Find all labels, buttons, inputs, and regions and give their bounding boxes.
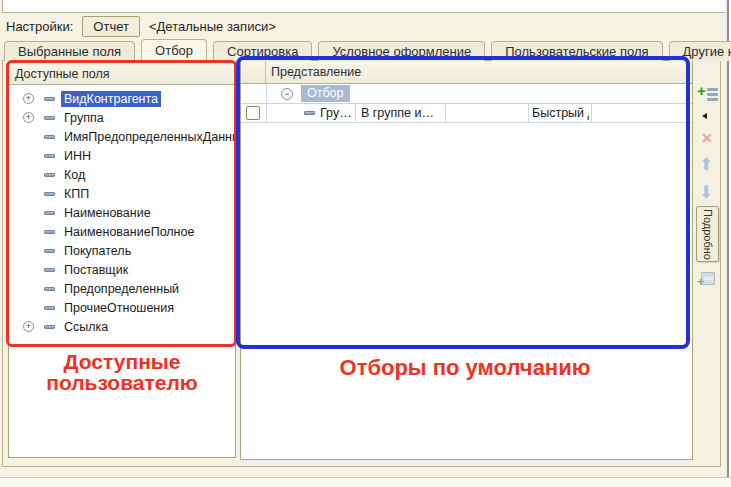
field-icon [44, 192, 55, 196]
available-fields-header-label: Доступные поля [15, 67, 110, 81]
field-icon [44, 116, 55, 120]
field-icon [44, 97, 55, 101]
field-icon [44, 173, 55, 177]
expand-icon[interactable]: + [23, 321, 34, 332]
available-fields-header: Доступные поля [9, 63, 235, 85]
field-icon [44, 211, 55, 215]
tree-item[interactable]: Покупатель [9, 241, 235, 260]
field-icon [44, 249, 55, 253]
field-icon [44, 135, 55, 139]
filter-group-label[interactable]: Отбор [301, 85, 350, 102]
field-icon [44, 268, 55, 272]
filter-field-cell[interactable]: Гру… [320, 106, 353, 120]
top-panel-remnant [2, 0, 726, 13]
tree-item-label[interactable]: НаименованиеПолное [61, 224, 197, 240]
grid-line [445, 104, 446, 122]
window-bottom-strip [0, 477, 731, 487]
tree-item[interactable]: +Ссылка [9, 317, 235, 336]
tree-item[interactable]: Наименование [9, 203, 235, 222]
detail-button[interactable]: Подробно [696, 206, 719, 262]
grid-line [355, 104, 356, 122]
tree-item-label[interactable]: ВидКонтрагента [61, 91, 161, 107]
filters-toolbar: + ✕ ⬆ ⬇ Подробно + [694, 60, 721, 467]
tab[interactable]: Сортировка [213, 41, 312, 61]
add-filter-icon[interactable]: + [698, 86, 718, 104]
tree-item-label[interactable]: Покупатель [61, 243, 134, 259]
report-button[interactable]: Отчет [82, 16, 140, 37]
tree-item[interactable]: Код [9, 165, 235, 184]
tree-item-label[interactable]: ИмяПредопределенныхДанных [61, 129, 235, 145]
checkbox-column-header [241, 61, 266, 83]
tab[interactable]: Условное оформление [318, 41, 485, 61]
plus-glyph: + [697, 82, 706, 99]
tree-item[interactable]: ИНН [9, 146, 235, 165]
field-icon [44, 325, 55, 329]
tree-item[interactable]: КПП [9, 184, 235, 203]
tree-item[interactable]: Предопределенный [9, 279, 235, 298]
tree-item[interactable]: ПрочиеОтношения [9, 298, 235, 317]
settings-row: Настройки: Отчет <Детальные записи> [6, 15, 276, 37]
settings-tabs: Выбранные поляОтборСортировкаУсловное оф… [4, 39, 731, 61]
report-variant-label: <Детальные записи> [149, 19, 276, 34]
field-icon [44, 287, 55, 291]
filters-grid-header: Представление [241, 61, 692, 84]
tree-item[interactable]: ИмяПредопределенныхДанных [9, 127, 235, 146]
move-up-icon[interactable]: ⬆ [699, 154, 713, 175]
field-icon [44, 154, 55, 158]
available-fields-panel: Доступные поля +ВидКонтрагента+ГруппаИмя… [8, 62, 236, 458]
tab[interactable]: Выбранные поля [4, 41, 135, 61]
filters-panel: Представление − Отбор Гру… В группе и… Б… [240, 60, 693, 460]
view-column-header: Представление [266, 61, 692, 83]
delete-icon[interactable]: ✕ [701, 130, 713, 146]
report-settings-window: Настройки: Отчет <Детальные записи> Выбр… [0, 0, 731, 487]
tree-item[interactable]: Поставщик [9, 260, 235, 279]
tree-item-label[interactable]: КПП [61, 186, 92, 202]
filter-group-row[interactable]: − Отбор [241, 84, 692, 104]
tree-item-label[interactable]: ПрочиеОтношения [61, 300, 177, 316]
list-bars-glyph [707, 88, 718, 101]
tree-item-label[interactable]: Ссылка [61, 319, 111, 335]
move-down-icon[interactable]: ⬇ [699, 182, 713, 203]
tree-item-label[interactable]: Поставщик [61, 262, 131, 278]
view-column-header-label: Представление [271, 65, 361, 79]
tree-item[interactable]: НаименованиеПолное [9, 222, 235, 241]
add-dropdown-icon[interactable] [702, 113, 707, 119]
tab[interactable]: Пользовательские поля [491, 41, 662, 61]
tree-item-label[interactable]: Код [61, 167, 88, 183]
filter-condition-cell[interactable]: В группе и… [361, 106, 443, 120]
tree-item[interactable]: +Группа [9, 108, 235, 127]
settings-label: Настройки: [6, 19, 73, 34]
expand-icon[interactable]: + [23, 112, 34, 123]
grid-line [528, 104, 529, 122]
plus-glyph: + [697, 274, 705, 289]
tab[interactable]: Другие настройки [669, 41, 731, 61]
tab[interactable]: Отбор [141, 39, 207, 61]
filter-enabled-checkbox[interactable] [246, 106, 260, 120]
tree-item-label[interactable]: ИНН [61, 148, 94, 164]
tree-item[interactable]: +ВидКонтрагента [9, 89, 235, 108]
field-icon [44, 230, 55, 234]
filter-row[interactable]: Гру… В группе и… Быстрый д… [241, 104, 692, 123]
tree-item-label[interactable]: Наименование [61, 205, 154, 221]
tree-item-label[interactable]: Предопределенный [61, 281, 182, 297]
available-fields-tree[interactable]: +ВидКонтрагента+ГруппаИмяПредопределенны… [9, 86, 235, 457]
grid-line [591, 104, 592, 122]
expand-icon[interactable]: + [23, 93, 34, 104]
collapse-icon[interactable]: − [281, 88, 293, 100]
window-right-edge [725, 0, 731, 487]
tree-item-label[interactable]: Группа [61, 110, 107, 126]
filter-quick-access-cell[interactable]: Быстрый д… [532, 106, 589, 120]
field-icon [304, 111, 315, 115]
field-icon [44, 306, 55, 310]
choose-group-icon[interactable]: + [699, 272, 716, 288]
